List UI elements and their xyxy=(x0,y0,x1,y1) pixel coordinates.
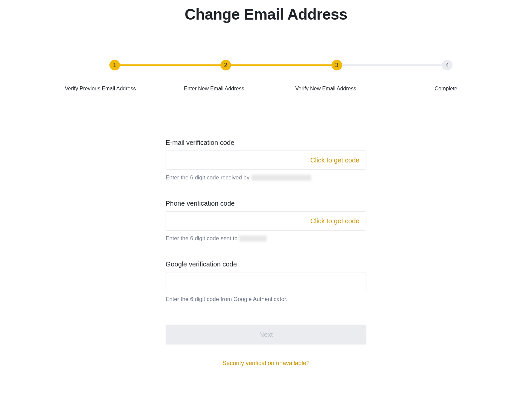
stepper: 1 2 3 4 Verify Previous Email Address En… xyxy=(65,60,467,96)
google-code-input-wrap xyxy=(166,272,366,291)
step-number-4: 4 xyxy=(446,62,449,69)
step-number-3: 3 xyxy=(335,62,338,69)
step-number-2: 2 xyxy=(224,62,227,69)
stepper-labels: Verify Previous Email Address Enter New … xyxy=(65,86,467,96)
phone-code-input-wrap: Click to get code xyxy=(166,211,366,231)
phone-hint-prefix: Enter the 6 digit code sent to xyxy=(166,235,237,242)
email-code-label: E-mail verification code xyxy=(166,139,366,147)
email-code-input[interactable] xyxy=(173,151,310,169)
page-container: Change Email Address 1 2 3 4 Verify Prev… xyxy=(0,0,532,367)
step-circle-1: 1 xyxy=(109,60,120,70)
email-hint-prefix: Enter the 6 digit code received by xyxy=(166,174,249,181)
stepper-track: 1 2 3 4 xyxy=(115,60,447,70)
google-code-hint: Enter the 6 digit code from Google Authe… xyxy=(166,296,366,303)
step-circle-3: 3 xyxy=(332,60,342,70)
email-code-hint: Enter the 6 digit code received by xyxy=(166,174,366,181)
stepper-line-3 xyxy=(337,64,447,66)
phone-code-hint: Enter the 6 digit code sent to xyxy=(166,235,366,242)
phone-code-group: Phone verification code Click to get cod… xyxy=(166,200,366,242)
step-label-1: Verify Previous Email Address xyxy=(65,86,136,92)
google-hint-text: Enter the 6 digit code from Google Authe… xyxy=(166,296,288,303)
step-number-1: 1 xyxy=(113,62,116,69)
email-get-code-link[interactable]: Click to get code xyxy=(310,156,359,164)
google-code-group: Google verification code Enter the 6 dig… xyxy=(166,260,366,303)
stepper-line-1 xyxy=(115,64,226,66)
step-circle-4: 4 xyxy=(442,60,453,70)
step-label-4: Complete xyxy=(435,86,457,92)
google-code-input[interactable] xyxy=(173,272,359,291)
step-label-3: Verify New Email Address xyxy=(295,86,356,92)
stepper-line-2 xyxy=(226,64,337,66)
phone-code-label: Phone verification code xyxy=(166,200,366,207)
security-unavailable-link[interactable]: Security verification unavailable? xyxy=(166,360,366,367)
email-code-group: E-mail verification code Click to get co… xyxy=(166,139,366,181)
page-title: Change Email Address xyxy=(0,5,532,23)
step-circle-2: 2 xyxy=(220,60,231,70)
step-label-2: Enter New Email Address xyxy=(184,86,244,92)
phone-code-input[interactable] xyxy=(173,212,310,230)
phone-redacted xyxy=(239,236,267,242)
next-button[interactable]: Next xyxy=(166,325,366,345)
email-redacted xyxy=(251,175,311,181)
form-area: E-mail verification code Click to get co… xyxy=(166,139,366,367)
phone-get-code-link[interactable]: Click to get code xyxy=(310,217,359,225)
google-code-label: Google verification code xyxy=(166,260,366,268)
email-code-input-wrap: Click to get code xyxy=(166,150,366,170)
